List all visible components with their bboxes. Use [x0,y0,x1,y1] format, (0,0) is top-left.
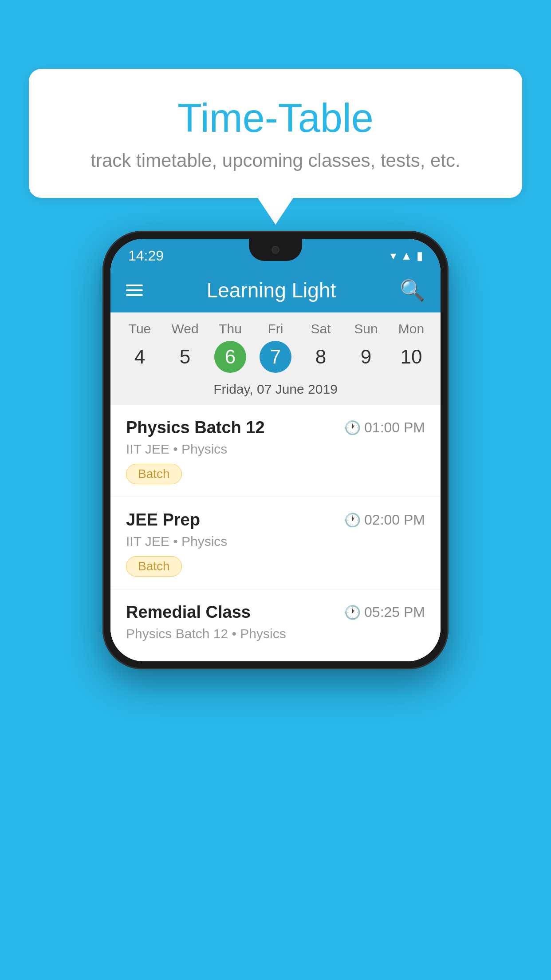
calendar-days-row: Tue4Wed5Thu6Fri7Sat8Sun9Mon10 [110,321,441,373]
calendar-day-7[interactable]: Fri7 [253,321,298,373]
time-label: 05:25 PM [364,604,425,620]
schedule-item-0[interactable]: Physics Batch 12🕐01:00 PMIIT JEE • Physi… [110,405,441,497]
day-name-label: Thu [219,321,242,336]
schedule-item-1[interactable]: JEE Prep🕐02:00 PMIIT JEE • PhysicsBatch [110,497,441,589]
camera-icon [272,246,279,254]
schedule-item-subtitle: IIT JEE • Physics [126,534,425,549]
day-number-label: 9 [350,341,382,373]
schedule-item-title: Physics Batch 12 [126,418,265,437]
clock-icon: 🕐 [344,420,361,435]
clock-icon: 🕐 [344,605,361,620]
day-name-label: Wed [171,321,198,336]
calendar-strip: Tue4Wed5Thu6Fri7Sat8Sun9Mon10 Friday, 07… [110,312,441,405]
schedule-item-time: 🕐05:25 PM [344,604,425,620]
day-name-label: Mon [398,321,424,336]
hamburger-menu-button[interactable] [126,285,143,296]
day-name-label: Fri [268,321,283,336]
calendar-day-8[interactable]: Sat8 [299,321,343,373]
status-time: 14:29 [128,248,164,264]
search-icon[interactable]: 🔍 [400,278,425,302]
phone-frame: 14:29 ▾ ▲ ▮ Learning Light 🔍 [102,231,449,669]
speech-bubble: Time-Table track timetable, upcoming cla… [29,69,522,198]
speech-bubble-section: Time-Table track timetable, upcoming cla… [29,69,522,225]
selected-date-label: Friday, 07 June 2019 [110,376,441,405]
clock-icon: 🕐 [344,512,361,528]
day-number-label: 7 [260,341,291,373]
schedule-item-header: Physics Batch 12🕐01:00 PM [126,418,425,437]
day-number-label: 5 [169,341,201,373]
schedule-list: Physics Batch 12🕐01:00 PMIIT JEE • Physi… [110,405,441,661]
phone-screen: 14:29 ▾ ▲ ▮ Learning Light 🔍 [110,239,441,661]
schedule-item-subtitle: Physics Batch 12 • Physics [126,626,425,641]
schedule-item-header: JEE Prep🕐02:00 PM [126,510,425,530]
signal-icon: ▲ [401,249,412,263]
day-number-label: 4 [124,341,156,373]
day-number-label: 10 [395,341,427,373]
batch-badge: Batch [126,556,182,577]
schedule-item-header: Remedial Class🕐05:25 PM [126,603,425,622]
time-label: 01:00 PM [364,419,425,436]
wifi-icon: ▾ [390,249,396,263]
batch-badge: Batch [126,464,182,484]
phone-mockup: 14:29 ▾ ▲ ▮ Learning Light 🔍 [102,231,449,669]
calendar-day-10[interactable]: Mon10 [389,321,433,373]
day-name-label: Sat [311,321,331,336]
calendar-day-6[interactable]: Thu6 [208,321,252,373]
status-icons: ▾ ▲ ▮ [390,249,423,263]
time-label: 02:00 PM [364,512,425,528]
schedule-item-2[interactable]: Remedial Class🕐05:25 PMPhysics Batch 12 … [110,589,441,661]
schedule-item-title: Remedial Class [126,603,251,622]
day-number-label: 6 [214,341,246,373]
day-number-label: 8 [305,341,337,373]
battery-icon: ▮ [417,249,423,263]
calendar-day-4[interactable]: Tue4 [118,321,162,373]
speech-bubble-title: Time-Table [64,95,487,141]
schedule-item-time: 🕐01:00 PM [344,419,425,436]
app-title: Learning Light [156,278,386,302]
day-name-label: Tue [129,321,151,336]
app-toolbar: Learning Light 🔍 [110,268,441,312]
speech-bubble-subtitle: track timetable, upcoming classes, tests… [64,150,487,171]
speech-bubble-arrow [258,198,293,225]
phone-notch [249,239,302,261]
schedule-item-title: JEE Prep [126,510,200,530]
calendar-day-9[interactable]: Sun9 [344,321,388,373]
day-name-label: Sun [354,321,378,336]
schedule-item-time: 🕐02:00 PM [344,512,425,528]
schedule-item-subtitle: IIT JEE • Physics [126,442,425,457]
calendar-day-5[interactable]: Wed5 [163,321,207,373]
